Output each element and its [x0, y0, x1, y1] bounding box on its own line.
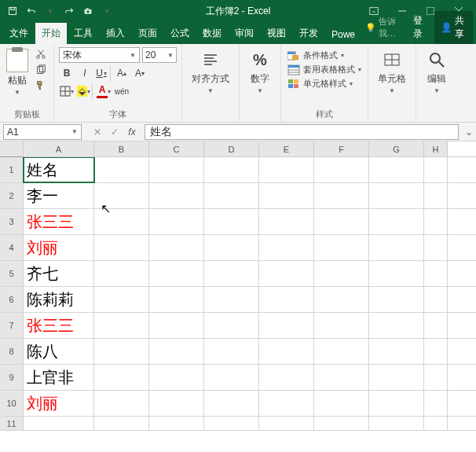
cell[interactable] — [204, 235, 259, 260]
format-painter-button[interactable] — [33, 79, 49, 93]
cell[interactable] — [259, 157, 314, 182]
column-header[interactable]: G — [369, 141, 424, 156]
cell[interactable]: 张三三 — [24, 209, 94, 234]
cell[interactable] — [149, 157, 204, 182]
cell[interactable] — [259, 183, 314, 208]
cell[interactable]: 张三三 — [24, 313, 94, 338]
row-header[interactable]: 4 — [0, 235, 24, 260]
column-header[interactable]: D — [204, 141, 259, 156]
shrink-font-button[interactable]: A▾ — [132, 65, 148, 81]
cell[interactable] — [314, 339, 369, 364]
cell[interactable] — [94, 339, 149, 364]
cell[interactable] — [424, 183, 448, 208]
formula-bar[interactable]: 姓名 — [145, 124, 459, 140]
cell[interactable]: 陈莉莉 — [24, 287, 94, 312]
cell[interactable] — [424, 157, 448, 182]
font-size-select[interactable]: 20▼ — [142, 47, 177, 63]
cell[interactable] — [369, 261, 424, 286]
cell[interactable] — [24, 417, 94, 430]
cell[interactable] — [149, 235, 204, 260]
row-header[interactable]: 3 — [0, 209, 24, 234]
cell[interactable] — [369, 391, 424, 416]
cell[interactable] — [149, 339, 204, 364]
bold-button[interactable]: B — [59, 65, 75, 81]
phonetic-button[interactable]: wén — [114, 83, 130, 99]
tab-tools[interactable]: 工具 — [68, 23, 99, 44]
row-header[interactable]: 8 — [0, 339, 24, 364]
italic-button[interactable]: I — [77, 65, 93, 81]
cell[interactable]: 姓名 — [24, 157, 94, 182]
table-format-button[interactable]: 套用表格格式▾ — [286, 63, 363, 76]
row-header[interactable]: 9 — [0, 365, 24, 390]
enter-formula-icon[interactable]: ✓ — [107, 127, 123, 138]
tab-file[interactable]: 文件 — [3, 23, 35, 44]
cell[interactable] — [204, 391, 259, 416]
cell[interactable] — [204, 365, 259, 390]
share-button[interactable]: 👤共享 — [434, 11, 473, 44]
cell[interactable] — [424, 417, 448, 430]
cell[interactable] — [424, 261, 448, 286]
cell[interactable] — [204, 287, 259, 312]
cell[interactable]: 李一 — [24, 183, 94, 208]
cell[interactable] — [424, 287, 448, 312]
tab-insert[interactable]: 插入 — [100, 23, 131, 44]
redo-icon[interactable] — [60, 2, 79, 20]
tab-formula[interactable]: 公式 — [164, 23, 196, 44]
row-header[interactable]: 7 — [0, 313, 24, 338]
font-color-button[interactable]: A▾ — [96, 83, 112, 99]
cell[interactable] — [259, 417, 314, 430]
cell[interactable] — [94, 365, 149, 390]
cell[interactable] — [259, 339, 314, 364]
cell[interactable] — [369, 417, 424, 430]
row-header[interactable]: 10 — [0, 391, 24, 416]
cell[interactable] — [204, 209, 259, 234]
cell[interactable] — [259, 391, 314, 416]
cell[interactable] — [149, 209, 204, 234]
cell[interactable] — [259, 287, 314, 312]
cell[interactable] — [259, 365, 314, 390]
camera-icon[interactable] — [79, 2, 97, 20]
row-header[interactable]: 2 — [0, 183, 24, 208]
cell[interactable] — [369, 287, 424, 312]
column-header[interactable]: E — [259, 141, 314, 156]
underline-button[interactable]: U▾ — [95, 65, 111, 81]
tab-power[interactable]: Powe — [325, 25, 361, 44]
cell[interactable] — [94, 417, 149, 430]
column-header[interactable]: H — [424, 141, 448, 156]
cell[interactable] — [94, 287, 149, 312]
cell[interactable] — [204, 339, 259, 364]
cell[interactable]: 上官非 — [24, 365, 94, 390]
cell[interactable] — [369, 235, 424, 260]
tab-dev[interactable]: 开发 — [293, 23, 324, 44]
tell-me-input[interactable]: 💡告诉我… — [362, 16, 407, 39]
cell[interactable] — [314, 313, 369, 338]
column-header[interactable]: B — [94, 141, 149, 156]
cell[interactable] — [314, 287, 369, 312]
cell[interactable] — [149, 287, 204, 312]
cell[interactable] — [424, 339, 448, 364]
conditional-format-button[interactable]: 条件格式▾ — [286, 49, 363, 62]
cell[interactable] — [314, 261, 369, 286]
row-header[interactable]: 6 — [0, 287, 24, 312]
cell[interactable] — [259, 209, 314, 234]
cell[interactable] — [204, 417, 259, 430]
column-header[interactable]: C — [149, 141, 204, 156]
cell[interactable] — [149, 391, 204, 416]
cell[interactable] — [204, 261, 259, 286]
cell[interactable]: 齐七 — [24, 261, 94, 286]
editing-button[interactable]: 编辑▼ — [421, 47, 452, 96]
cell[interactable] — [369, 365, 424, 390]
tab-review[interactable]: 审阅 — [229, 23, 260, 44]
name-box[interactable]: A1▼ — [3, 124, 82, 140]
qat-dropdown-icon[interactable]: ▼ — [41, 2, 60, 20]
cell[interactable] — [314, 365, 369, 390]
column-header[interactable]: F — [314, 141, 369, 156]
cell[interactable] — [314, 209, 369, 234]
paste-button[interactable]: 粘贴 ▼ — [5, 47, 30, 97]
font-name-select[interactable]: 宋体▼ — [59, 47, 140, 63]
fill-color-button[interactable]: ⬙▾ — [77, 83, 93, 99]
row-header[interactable]: 11 — [0, 417, 24, 430]
copy-button[interactable] — [33, 63, 49, 77]
cell[interactable]: 刘丽 — [24, 391, 94, 416]
cell[interactable] — [94, 261, 149, 286]
